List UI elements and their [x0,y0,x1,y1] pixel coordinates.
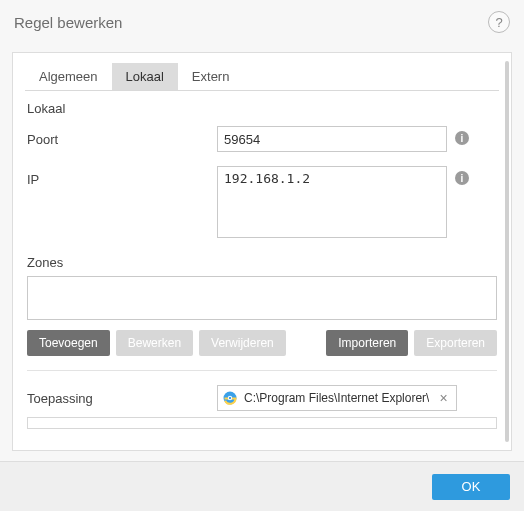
tab-content: Lokaal Poort i IP i Zones [13,91,511,443]
application-field[interactable]: C:\Program Files\Internet Explorer\ × [217,385,457,411]
titlebar: Regel bewerken ? [0,0,524,44]
edit-button: Bewerken [116,330,193,356]
info-icon-poort[interactable]: i [455,131,469,145]
svg-point-2 [229,397,231,399]
input-ip[interactable] [217,166,447,238]
tab-extern[interactable]: Extern [178,63,244,90]
help-icon[interactable]: ? [488,11,510,33]
label-zones: Zones [27,255,497,270]
tab-lokaal[interactable]: Lokaal [112,63,178,90]
label-ip: IP [27,166,217,187]
internet-explorer-icon [222,390,238,406]
row-application: Toepassing C:\Program Files\Internet Exp… [27,385,497,411]
tab-bar: Algemeen Lokaal Extern [25,63,499,91]
add-button[interactable]: Toevoegen [27,330,110,356]
dialog-title: Regel bewerken [14,14,488,31]
application-path: C:\Program Files\Internet Explorer\ [244,391,429,405]
divider [27,370,497,371]
next-field-edge [27,417,497,429]
info-icon-ip[interactable]: i [455,171,469,185]
row-ip: IP i [27,166,497,241]
dialog-window: Regel bewerken ? Algemeen Lokaal Extern … [0,0,524,511]
dialog-body: Algemeen Lokaal Extern Lokaal Poort i IP [12,52,512,451]
dialog-footer: OK [0,461,524,511]
delete-button: Verwijderen [199,330,286,356]
input-poort[interactable] [217,126,447,152]
label-application: Toepassing [27,391,217,406]
ok-button[interactable]: OK [432,474,510,500]
import-button[interactable]: Importeren [326,330,408,356]
zones-listbox[interactable] [27,276,497,320]
clear-application-icon[interactable]: × [435,391,451,405]
section-heading: Lokaal [27,101,497,116]
zones-button-row: Toevoegen Bewerken Verwijderen Importere… [27,330,497,356]
export-button: Exporteren [414,330,497,356]
help-icon-glyph: ? [495,15,502,30]
label-poort: Poort [27,126,217,147]
tab-algemeen[interactable]: Algemeen [25,63,112,90]
row-poort: Poort i [27,126,497,152]
